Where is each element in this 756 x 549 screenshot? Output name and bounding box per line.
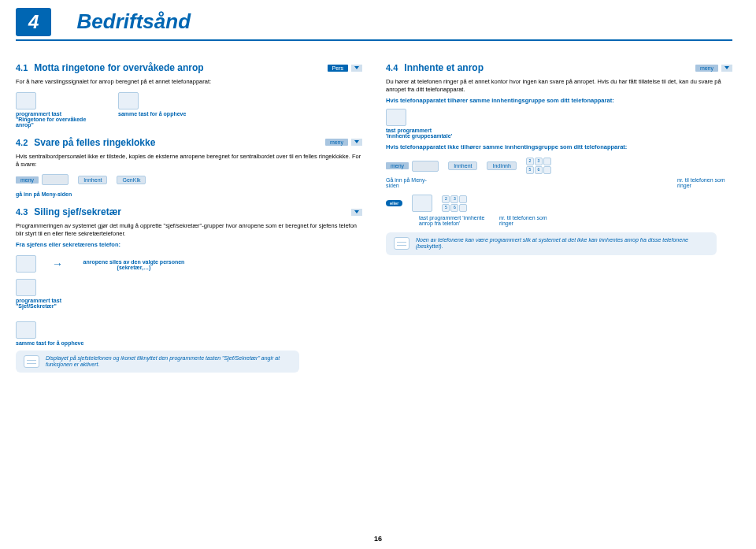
callout-text: Noen av telefonene kan være programmert … — [416, 237, 709, 250]
section-number: 4.1 — [16, 63, 28, 72]
chevron-down-icon — [351, 209, 362, 216]
softkey-indinnh: IndInnh — [487, 161, 516, 170]
softkey-screen-icon — [42, 174, 69, 185]
hint-text: Gå inn på Meny-siden — [386, 177, 433, 188]
header-divider — [16, 39, 732, 41]
chapter-header: 4 Bedriftsånd — [16, 8, 732, 41]
section-4-2-heading: 4.2 Svare på felles ringeklokke meny — [16, 137, 362, 148]
softkey-row: meny Innhent GenKlk — [16, 174, 362, 185]
eller-badge: eller — [386, 200, 402, 206]
key-label: programmert tast "Ringetone for overvåke… — [16, 111, 87, 128]
callout-box: Displayet på sjefstelefonen og ikonet ti… — [16, 351, 299, 373]
key-label: samme tast for å oppheve — [16, 340, 83, 346]
callout-text: Displayet på sjefstelefonen og ikonet ti… — [46, 355, 291, 369]
phone-key-icon — [118, 92, 139, 109]
section-title: Motta ringetone for overvåkede anrop — [34, 62, 327, 73]
key-label: tast programmert 'innhente anrop fra tel… — [419, 215, 490, 226]
section-4-3-heading: 4.3 Siling sjef/sekretær — [16, 206, 362, 217]
chevron-down-icon — [351, 65, 362, 72]
section-number: 4.3 — [16, 207, 28, 217]
right-column: 4.4 Innhente et anrop meny Du hører at t… — [386, 53, 732, 377]
chapter-title: Bedriftsånd — [77, 9, 191, 34]
meny-button: meny — [386, 162, 409, 169]
section-title: Siling sjef/sekretær — [34, 206, 351, 217]
key-label: programmert tast "Sjef/Sekretær" — [16, 298, 87, 309]
chapter-number: 4 — [16, 8, 51, 36]
softkey-innhent: Innhent — [448, 161, 477, 170]
callout-box: Noen av telefonene kan være programmert … — [386, 232, 717, 255]
section-title: Innhente et anrop — [404, 62, 695, 73]
keypad-icon: 23 56 — [442, 195, 467, 212]
phone-key-icon — [16, 92, 36, 109]
badge-meny: meny — [695, 65, 718, 72]
note-icon — [394, 237, 410, 250]
section-number: 4.4 — [386, 63, 398, 72]
key-label: tast programmert 'innhente gruppesamtale… — [386, 128, 457, 139]
section-4-4-heading: 4.4 Innhente et anrop meny — [386, 62, 732, 73]
forward-label: anropene siles av den valgte personen (s… — [79, 259, 189, 270]
key-label: samme tast for å oppheve — [118, 111, 186, 117]
phone-key-icon — [412, 195, 432, 212]
hint-text: nr. til telefonen som ringer — [499, 215, 554, 226]
section-sub: Hvis telefonapparatet tilhører samme inn… — [386, 97, 732, 105]
forward-row: → anropene siles av den valgte personen … — [16, 255, 362, 273]
section-number: 4.2 — [16, 138, 28, 147]
phone-key-icon — [16, 255, 36, 273]
page-number: 16 — [374, 535, 382, 543]
alt-row: eller 23 56 — [386, 195, 732, 212]
badge-pers: Pers — [328, 65, 348, 72]
softkey-genklk: GenKlk — [117, 176, 146, 184]
meny-button: meny — [16, 176, 39, 184]
section-intro: Hvis sentralbordpersonalet ikke er tilst… — [16, 153, 362, 169]
badge-meny: meny — [325, 139, 348, 146]
chevron-down-icon — [721, 65, 732, 72]
section-sub: Hvis telefonapparatet ikke tilhører samm… — [386, 143, 732, 151]
phone-key-icon — [16, 321, 36, 339]
phone-key-icon — [386, 109, 406, 126]
softkey-row: meny Innhent IndInnh 23 56 — [386, 158, 732, 174]
hint-text: nr. til telefonen som ringer — [677, 177, 732, 188]
arrow-right-icon: → — [52, 258, 63, 270]
keypad-icon: 23 56 — [526, 158, 551, 174]
section-intro: Du hører at telefonen ringer på et annet… — [386, 78, 732, 94]
chevron-down-icon — [351, 139, 362, 146]
phone-key-icon — [16, 279, 36, 296]
section-title: Svare på felles ringeklokke — [34, 137, 325, 148]
softkey-innhent: Innhent — [78, 176, 107, 184]
left-column: 4.1 Motta ringetone for overvåkede anrop… — [16, 53, 362, 377]
section-intro: For å høre varslingssignalet for anrop b… — [16, 78, 362, 86]
section-4-1-heading: 4.1 Motta ringetone for overvåkede anrop… — [16, 62, 362, 73]
section-intro: Programmeringen av systemet gjør det mul… — [16, 222, 362, 238]
softkey-screen-icon — [412, 161, 439, 172]
hint-text: gå inn på Meny-siden — [16, 191, 87, 197]
section-sub: Fra sjefens eller sekretærens telefon: — [16, 241, 362, 249]
note-icon — [24, 355, 39, 368]
